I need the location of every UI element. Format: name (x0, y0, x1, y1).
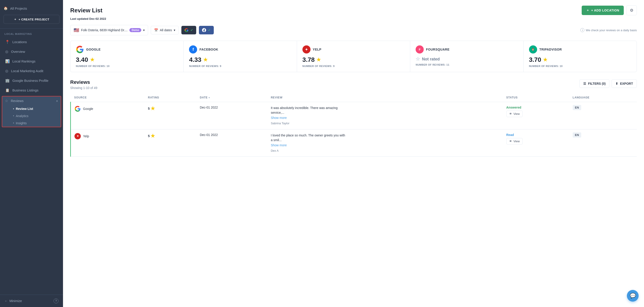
show-more-link-1[interactable]: Show more (271, 115, 347, 120)
export-label: EXPORT (620, 82, 633, 85)
facebook-card-icon: f (189, 45, 197, 53)
rating-number-2: 5 (148, 134, 150, 138)
rating-number-1: 5 (148, 107, 150, 110)
status-column-header: STATUS (503, 93, 569, 102)
tripadvisor-platform-name: TRIPADVISOR (539, 48, 562, 51)
chat-bubble-button[interactable]: 💬 (627, 290, 638, 302)
location-filter-button[interactable]: 🇺🇸 Folk Osteria, 6839 Highland Dr.... De… (70, 25, 148, 35)
foursquare-not-rated-text: Not rated (422, 57, 440, 62)
facebook-logo-icon (202, 28, 206, 32)
sidebar-item-business-listings-label: Business Listings (12, 88, 38, 92)
google-rating-number: 3.40 (76, 56, 88, 63)
home-icon: 🏠 (4, 6, 8, 10)
table-row: Google 5 ★ Dec-01 2022 It was absolutely… (71, 102, 637, 129)
facebook-star-icon: ★ (203, 57, 208, 63)
calendar-icon: 📅 (154, 28, 158, 32)
date-column-label: DATE (200, 96, 208, 99)
show-more-link-2[interactable]: Show more (271, 143, 347, 148)
google-card-header: GOOGLE (76, 45, 178, 53)
rating-star-2: ★ (150, 133, 155, 139)
yelp-star-icon: ★ (316, 57, 321, 63)
view-button-1[interactable]: 👁 View (506, 111, 523, 117)
yelp-rating-number: 3.78 (302, 56, 315, 63)
language-cell-1: EN (569, 102, 637, 129)
flag-icon: 🇺🇸 (74, 27, 79, 33)
dates-filter-button[interactable]: 📅 All dates ▾ (151, 26, 179, 34)
insights-label: Insights (16, 121, 26, 125)
settings-button[interactable]: ⚙ (626, 5, 637, 15)
foursquare-review-count: NUMBER OF REVIEWS: 11 (416, 63, 518, 66)
sidebar-item-reviews-wrapper: ☆ Reviews ∧ Review List Analytics Insigh… (2, 96, 61, 127)
help-icon[interactable]: ? (54, 299, 58, 304)
reviews-title-block: Reviews Showing 1-10 of 49 (70, 79, 98, 90)
foursquare-star-empty-icon: ☆ (416, 56, 420, 62)
all-projects-link[interactable]: 🏠 All Projects (4, 4, 60, 12)
filter-bar: 🇺🇸 Folk Osteria, 6839 Highland Dr.... De… (70, 25, 637, 35)
rating-cards-container: GOOGLE 3.40 ★ NUMBER OF REVIEWS: 10 f FA… (70, 41, 637, 72)
date-sort-icon: ▾ (208, 96, 210, 99)
reviews-section-header: Reviews Showing 1-10 of 49 ☰ FILTERS (0)… (70, 79, 637, 90)
filter-lines-icon: ☰ (583, 82, 586, 85)
date-column-header[interactable]: DATE ▾ (196, 93, 267, 102)
location-name-label: Folk Osteria, 6839 Highland Dr.... (81, 28, 128, 32)
sidebar-item-local-rankings-label: Local Rankings (12, 59, 36, 63)
view-label-2: View (514, 140, 520, 143)
review-cell-2: I loved the place so much. The owner gre… (267, 129, 502, 157)
facebook-platform-filter[interactable]: ✓ (199, 26, 214, 34)
google-platform-filter[interactable]: ✓ (181, 26, 196, 34)
google-row-icon (74, 106, 81, 112)
sidebar-item-locations[interactable]: 📍 Locations (0, 37, 63, 47)
sidebar-item-overview[interactable]: ◎ Overview (0, 47, 63, 56)
minimize-button[interactable]: ← Minimize ? (0, 295, 63, 307)
rating-star-1: ★ (150, 106, 155, 111)
sidebar-item-reviews[interactable]: ☆ Reviews ∧ (2, 96, 61, 105)
export-button[interactable]: ⬆ EXPORT (612, 79, 637, 88)
yelp-review-count: NUMBER OF REVIEWS: 9 (302, 65, 404, 67)
rankings-icon: 📊 (5, 59, 10, 63)
daily-check-info: i We check your reviews on a daily basis (580, 28, 637, 32)
gear-icon: ⚙ (630, 8, 634, 12)
yelp-card-icon: ✦ (302, 45, 310, 53)
sidebar-item-business-listings[interactable]: 📋 Business Listings (0, 85, 63, 95)
daily-check-label: We check your reviews on a daily basis (586, 28, 637, 32)
sidebar-item-local-marketing-audit[interactable]: ◎ Local Marketing Audit (0, 66, 63, 76)
sidebar-top: 🏠 All Projects ＋ + CREATE PROJECT (0, 0, 63, 28)
filters-label: FILTERS (0) (588, 82, 606, 85)
sidebar: 🏠 All Projects ＋ + CREATE PROJECT LOCAL … (0, 0, 63, 307)
source-label-2: Yelp (83, 134, 89, 138)
filters-button[interactable]: ☰ FILTERS (0) (580, 79, 609, 88)
view-button-2[interactable]: 👁 View (506, 138, 523, 145)
sidebar-sub-item-analytics[interactable]: Analytics (13, 112, 61, 120)
foursquare-rating-card: F FOURSQUARE ☆ Not rated NUMBER OF REVIE… (410, 41, 524, 72)
rating-cell-2: 5 ★ (144, 129, 196, 157)
listings-icon: 📋 (5, 88, 10, 92)
sidebar-item-gbp-label: Google Business Profile (12, 79, 48, 82)
sidebar-section-label: LOCAL MARKETING (0, 28, 63, 37)
eye-icon-2: 👁 (509, 140, 512, 143)
review-text-1: It was absolutely incredible. There was … (271, 106, 338, 114)
foursquare-platform-name: FOURSQUARE (426, 48, 450, 51)
create-project-button[interactable]: ＋ + CREATE PROJECT (4, 15, 60, 24)
sidebar-item-local-rankings[interactable]: 📊 Local Rankings (0, 56, 63, 66)
sidebar-sub-item-insights[interactable]: Insights (13, 120, 61, 127)
add-location-button[interactable]: ＋ + ADD LOCATION (582, 5, 624, 15)
google-rating-value: 3.40 ★ (76, 56, 178, 63)
sidebar-sub-item-review-list[interactable]: Review List (13, 105, 61, 112)
google-card-icon (76, 45, 84, 53)
dropdown-chevron-icon: ▾ (143, 28, 145, 32)
date-cell-2: Dec-01 2022 (196, 129, 267, 157)
facebook-review-count: NUMBER OF REVIEWS: 9 (189, 65, 291, 67)
reviews-showing-text: Showing 1-10 of 49 (70, 86, 98, 90)
reviews-submenu: Review List Analytics Insights (2, 105, 61, 127)
status-cell-2: Read 👁 View (503, 129, 569, 157)
yelp-card-header: ✦ YELP (302, 45, 404, 53)
add-location-label: + ADD LOCATION (591, 8, 619, 12)
table-header: SOURCE RATING DATE ▾ REVIEW STATUS LANGU… (71, 93, 637, 102)
main-content: Review List ＋ + ADD LOCATION ⚙ Last upda… (63, 0, 644, 307)
view-label-1: View (514, 112, 520, 115)
facebook-platform-name: FACEBOOK (199, 48, 218, 51)
status-answered-label-1: Answered (506, 106, 566, 109)
sidebar-item-reviews-label: Reviews (11, 99, 24, 103)
minimize-arrow-icon: ← (4, 299, 8, 303)
sidebar-item-google-business-profile[interactable]: 🏢 Google Business Profile (0, 76, 63, 85)
